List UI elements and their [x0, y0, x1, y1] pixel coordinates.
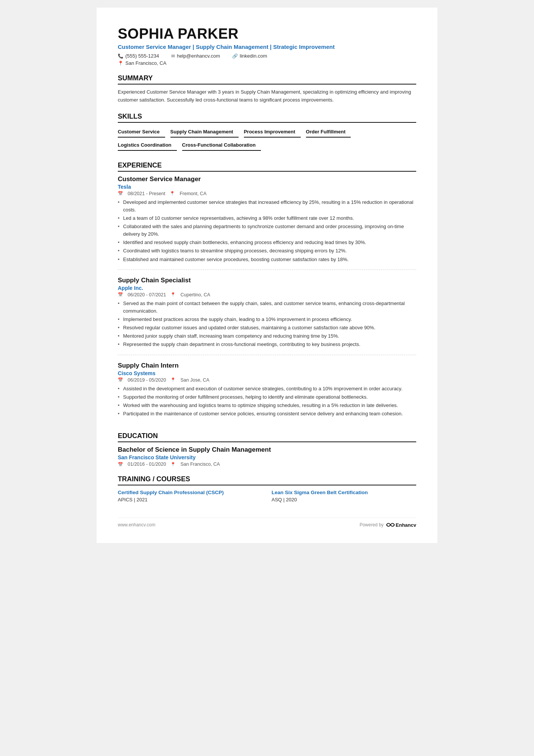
bullet-0-5: Established and maintained customer serv…	[118, 256, 416, 263]
edu-meta-0: 📅 01/2016 - 01/2020 📍 San Francisco, CA	[118, 462, 416, 467]
job-period-2: 06/2019 - 05/2020	[128, 377, 166, 383]
job-location-0: Fremont, CA	[180, 191, 206, 196]
linkedin-contact: 🔗 linkedin.com	[232, 53, 267, 59]
job-location-1: Cupertino, CA	[180, 292, 210, 297]
company-name-2: Cisco Systems	[118, 370, 416, 376]
summary-section: SUMMARY Experienced Customer Service Man…	[118, 74, 416, 104]
training-sub-1: ASQ | 2020	[272, 497, 416, 502]
company-name-0: Tesla	[118, 184, 416, 190]
skill-process-improvement: Process Improvement	[244, 127, 301, 138]
location-icon-1: 📍	[170, 292, 176, 297]
location-value: San Francisco, CA	[125, 60, 166, 66]
skill-customer-service: Customer Service	[118, 127, 165, 138]
experience-title: EXPERIENCE	[118, 161, 416, 172]
header-section: SOPHIA PARKER Customer Service Manager |…	[118, 26, 416, 66]
link-icon: 🔗	[232, 53, 238, 59]
footer: www.enhancv.com Powered by Enhancv	[118, 518, 416, 528]
enhancv-icon	[386, 522, 395, 528]
bullet-1-3: Mentored junior supply chain staff, incr…	[118, 332, 416, 340]
job-period-0: 08/2021 - Present	[128, 191, 165, 196]
skills-title: SKILLS	[118, 113, 416, 123]
skill-order-fulfillment: Order Fulfillment	[306, 127, 351, 138]
job-tesla: Customer Service Manager Tesla 📅 08/2021…	[118, 175, 416, 270]
edu-school-0: San Francisco State University	[118, 454, 416, 460]
job-cisco: Supply Chain Intern Cisco Systems 📅 06/2…	[118, 362, 416, 424]
edu-degree-0: Bachelor of Science in Supply Chain Mana…	[118, 446, 416, 454]
bullet-1-0: Served as the main point of contact betw…	[118, 300, 416, 315]
job-location-2: San Jose, CA	[180, 377, 209, 383]
job-bullets-2: Assisted in the development and executio…	[118, 385, 416, 418]
training-item-0: Certified Supply Chain Professional (CSC…	[118, 489, 262, 502]
summary-title: SUMMARY	[118, 74, 416, 85]
calendar-icon-1: 📅	[118, 292, 123, 297]
location-contact: 📍 San Francisco, CA	[118, 60, 166, 66]
location-row: 📍 San Francisco, CA	[118, 60, 416, 66]
bullet-2-1: Supported the monitoring of order fulfil…	[118, 393, 416, 401]
edu-calendar-icon: 📅	[118, 462, 123, 467]
job-title-0: Customer Service Manager	[118, 175, 416, 183]
bullet-2-3: Participated in the maintenance of custo…	[118, 410, 416, 418]
enhancv-logo: Enhancv	[386, 522, 416, 528]
bullet-1-1: Implemented best practices across the su…	[118, 316, 416, 323]
skills-grid: Customer Service Supply Chain Management…	[118, 127, 416, 153]
education-section: EDUCATION Bachelor of Science in Supply …	[118, 432, 416, 467]
bullet-2-0: Assisted in the development and executio…	[118, 385, 416, 393]
edu-period-0: 01/2016 - 01/2020	[128, 462, 166, 467]
training-name-1: Lean Six Sigma Green Belt Certification	[272, 489, 416, 496]
skills-section: SKILLS Customer Service Supply Chain Man…	[118, 113, 416, 153]
location-icon-0: 📍	[170, 191, 175, 196]
education-item-0: Bachelor of Science in Supply Chain Mana…	[118, 446, 416, 467]
candidate-name: SOPHIA PARKER	[118, 26, 416, 42]
phone-icon: 📞	[118, 53, 123, 59]
company-name-1: Apple Inc.	[118, 285, 416, 291]
location-icon-2: 📍	[170, 377, 176, 382]
email-icon: ✉	[171, 53, 175, 59]
footer-website: www.enhancv.com	[118, 522, 155, 527]
training-grid: Certified Supply Chain Professional (CSC…	[118, 489, 416, 502]
training-item-1: Lean Six Sigma Green Belt Certification …	[272, 489, 416, 502]
footer-brand: Powered by Enhancv	[359, 522, 416, 528]
summary-text: Experienced Customer Service Manager wit…	[118, 88, 416, 104]
job-meta-2: 📅 06/2019 - 05/2020 📍 San Jose, CA	[118, 377, 416, 383]
contact-row: 📞 (555) 555-1234 ✉ help@enhancv.com 🔗 li…	[118, 53, 416, 59]
edu-location-icon: 📍	[170, 462, 176, 467]
resume-container: SOPHIA PARKER Customer Service Manager |…	[97, 8, 437, 543]
calendar-icon-2: 📅	[118, 377, 123, 382]
location-icon: 📍	[118, 61, 123, 66]
linkedin-value: linkedin.com	[240, 53, 267, 59]
training-name-0: Certified Supply Chain Professional (CSC…	[118, 489, 262, 496]
email-value: help@enhancv.com	[177, 53, 220, 59]
email-contact: ✉ help@enhancv.com	[171, 53, 220, 59]
phone-value: (555) 555-1234	[125, 53, 159, 59]
bullet-0-3: Identified and resolved supply chain bot…	[118, 239, 416, 246]
bullet-1-4: Represented the supply chain department …	[118, 341, 416, 348]
bullet-0-4: Coordinated with logistics teams to stre…	[118, 247, 416, 255]
job-meta-0: 📅 08/2021 - Present 📍 Fremont, CA	[118, 191, 416, 196]
job-bullets-1: Served as the main point of contact betw…	[118, 300, 416, 349]
bullet-0-0: Developed and implemented customer servi…	[118, 199, 416, 214]
skill-logistics: Logistics Coordination	[118, 140, 177, 151]
training-sub-0: APICS | 2021	[118, 497, 262, 502]
powered-by-label: Powered by	[359, 522, 383, 527]
experience-section: EXPERIENCE Customer Service Manager Tesl…	[118, 161, 416, 424]
job-apple: Supply Chain Specialist Apple Inc. 📅 06/…	[118, 277, 416, 355]
skill-supply-chain: Supply Chain Management	[170, 127, 239, 138]
bullet-2-2: Worked with the warehousing and logistic…	[118, 402, 416, 409]
bullet-0-2: Collaborated with the sales and planning…	[118, 223, 416, 238]
job-title-2: Supply Chain Intern	[118, 362, 416, 369]
edu-location-0: San Francisco, CA	[180, 462, 220, 467]
candidate-title: Customer Service Manager | Supply Chain …	[118, 44, 416, 50]
training-title: TRAINING / COURSES	[118, 475, 416, 485]
job-meta-1: 📅 06/2020 - 07/2021 📍 Cupertino, CA	[118, 292, 416, 297]
phone-contact: 📞 (555) 555-1234	[118, 53, 159, 59]
skill-collaboration: Cross-Functional Collaboration	[182, 140, 261, 151]
enhancv-brand-name: Enhancv	[396, 522, 416, 528]
training-section: TRAINING / COURSES Certified Supply Chai…	[118, 475, 416, 502]
job-period-1: 06/2020 - 07/2021	[128, 292, 166, 297]
calendar-icon-0: 📅	[118, 191, 123, 196]
education-title: EDUCATION	[118, 432, 416, 442]
bullet-1-2: Resolved regular customer issues and upd…	[118, 324, 416, 332]
job-bullets-0: Developed and implemented customer servi…	[118, 199, 416, 263]
bullet-0-1: Led a team of 10 customer service repres…	[118, 214, 416, 222]
job-title-1: Supply Chain Specialist	[118, 277, 416, 284]
